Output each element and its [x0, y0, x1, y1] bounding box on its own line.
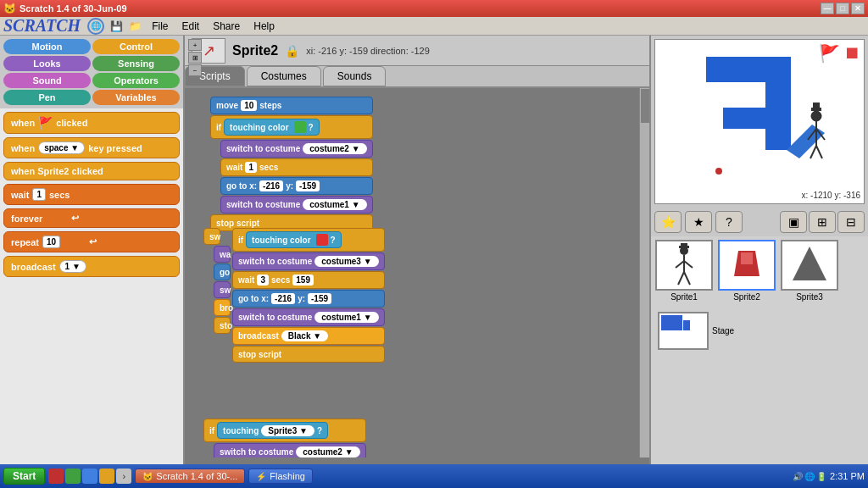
sys-icon-1: 🔊 [793, 472, 803, 481]
tab-sounds[interactable]: Sounds [323, 66, 387, 86]
switch-costume3-block[interactable]: switch to costume costume3 ▼ [232, 252, 385, 270]
steps-input[interactable]: 10 [241, 100, 257, 111]
wait-3-block[interactable]: wait 3 secs 159 [232, 271, 385, 289]
close-button[interactable]: ✕ [851, 3, 865, 14]
costume2-dropdown[interactable]: costume2 ▼ [303, 143, 366, 154]
costume1-2-dropdown[interactable]: costume1 ▼ [314, 312, 378, 323]
layout1-button[interactable]: ▣ [780, 211, 807, 233]
stop-script-2[interactable]: stop script [232, 346, 385, 363]
cat-motion[interactable]: Motion [3, 39, 91, 54]
block-label: if [209, 426, 214, 435]
y-input[interactable]: -159 [296, 180, 320, 191]
when-flag-clicked-block[interactable]: when 🚩 clicked [3, 112, 180, 134]
touching-color-condition[interactable]: touching color ? [224, 119, 320, 136]
tab-costumes[interactable]: Costumes [247, 66, 321, 86]
x2-input[interactable]: -216 [271, 293, 295, 304]
if-cap[interactable]: sw [203, 228, 220, 245]
folder-icon[interactable]: 📁 [126, 18, 143, 35]
zoom-in-button[interactable]: + [188, 39, 202, 51]
goto-block[interactable]: go to x: -216 y: -159 [220, 177, 373, 195]
green-flag-button[interactable]: 🚩 [819, 43, 840, 64]
broadcast-black-dropdown[interactable]: Black ▼ [281, 330, 328, 341]
block-text: clicked [56, 118, 87, 128]
vertical-scrollbar[interactable] [639, 88, 649, 458]
menu-help[interactable]: Help [247, 19, 281, 34]
taskbar-icon-4 [99, 469, 114, 484]
wait3-input2[interactable]: 159 [292, 274, 314, 286]
cat-operators[interactable]: Operators [92, 73, 180, 88]
cat-looks[interactable]: Looks [3, 56, 91, 71]
save-icon[interactable]: 💾 [108, 18, 125, 35]
broadcast-black-block[interactable]: broadcast Black ▼ [232, 327, 385, 345]
fit-button[interactable]: ⊞ [188, 52, 202, 64]
red-stop-button[interactable]: ⏹ [843, 43, 860, 64]
sprite3-dropdown[interactable]: Sprite3 ▼ [261, 425, 314, 436]
switch-costume1-2-block[interactable]: switch to costume costume1 ▼ [232, 308, 385, 326]
start-button[interactable]: Start [3, 468, 45, 485]
scrollbar-thumb[interactable] [641, 89, 649, 123]
if-touching-color-block[interactable]: if touching color ? [210, 115, 373, 139]
switch-costume1-block[interactable]: switch to costume costume1 ▼ [220, 196, 373, 214]
block-label: go to x: [226, 181, 257, 191]
key-dropdown[interactable]: space ▼ [38, 141, 85, 154]
help-button[interactable]: ? [715, 211, 743, 233]
wait-1-input[interactable]: 1 [245, 162, 257, 173]
touching-color-2-cond[interactable]: touching color ? [246, 231, 342, 248]
touching-sprite3-cond[interactable]: touching Sprite3 ▼ ? [217, 422, 328, 439]
block-label: switch to costume [220, 447, 293, 457]
zoom-out-button[interactable]: − [188, 64, 202, 76]
cat-control[interactable]: Control [92, 39, 180, 54]
move-block[interactable]: move 10 steps [210, 97, 373, 114]
wait-1-block[interactable]: wait 1 secs [220, 158, 373, 176]
cat-pen[interactable]: Pen [3, 90, 91, 105]
cond-text: touching color [252, 236, 310, 245]
costume3-dropdown[interactable]: costume3 ▼ [314, 256, 378, 267]
star-button[interactable]: ⭐ [654, 211, 682, 233]
if-touching-sprite3[interactable]: if touching Sprite3 ▼ ? [203, 419, 366, 442]
wait3-input[interactable]: 3 [257, 274, 269, 286]
broadcast-block[interactable]: broadcast 1 ▼ [3, 256, 180, 277]
repeat-block[interactable]: repeat 10 ↩ [3, 231, 180, 252]
sprite3-svg [788, 242, 831, 288]
costume1-dropdown[interactable]: costume1 ▼ [303, 199, 366, 210]
sprite-item-sprite2[interactable]: Sprite2 [717, 240, 776, 302]
costume2-3-dropdown[interactable]: costume2 ▼ [296, 446, 359, 458]
wait-input[interactable]: 1 [32, 188, 46, 201]
svg-line-18 [684, 272, 690, 285]
block-label: switch to costume [238, 313, 312, 322]
repeat-arrow: ↩ [89, 236, 97, 247]
menu-edit[interactable]: Edit [175, 19, 207, 34]
goto-2-block[interactable]: go to x: -216 y: -159 [232, 290, 385, 308]
when-key-pressed-block[interactable]: when space ▼ key pressed [3, 137, 180, 158]
taskbar-icons: › [48, 469, 131, 484]
globe-icon[interactable]: 🌐 [87, 18, 104, 35]
switch-costume2-block[interactable]: switch to costume costume2 ▼ [220, 140, 373, 158]
x-input[interactable]: -216 [259, 180, 283, 191]
svg-rect-25 [683, 320, 690, 330]
menu-share[interactable]: Share [206, 19, 247, 34]
svg-point-4 [811, 111, 821, 121]
sprite-item-sprite3[interactable]: Sprite3 [780, 240, 839, 302]
when-sprite-clicked-block[interactable]: when Sprite2 clicked [3, 162, 180, 180]
script-canvas[interactable]: move 10 steps if touching color ? switch… [185, 88, 649, 458]
minimize-button[interactable]: — [821, 3, 834, 14]
cat-sensing[interactable]: Sensing [92, 56, 180, 71]
layout2-button[interactable]: ⊞ [809, 211, 836, 233]
maximize-button[interactable]: □ [836, 3, 849, 14]
taskbar-flashing-item[interactable]: ⚡ Flashing [248, 469, 313, 484]
forever-block[interactable]: forever ↩ [3, 208, 180, 228]
y2-input[interactable]: -159 [308, 293, 331, 304]
broadcast-dropdown[interactable]: 1 ▼ [59, 260, 86, 273]
menu-file[interactable]: File [145, 19, 175, 34]
cat-variables[interactable]: Variables [92, 90, 180, 105]
stage-item[interactable]: Stage [654, 308, 712, 353]
if-touching-color-2[interactable]: if touching color ? [232, 228, 385, 252]
sprite-item-sprite1[interactable]: Sprite1 [654, 240, 714, 302]
switch-costume2-3-block[interactable]: switch to costume costume2 ▼ [214, 443, 366, 458]
wait-block[interactable]: wait 1 secs [3, 184, 180, 205]
cat-sound[interactable]: Sound [3, 73, 91, 88]
star2-button[interactable]: ★ [685, 211, 712, 233]
layout3-button[interactable]: ⊟ [837, 211, 865, 233]
repeat-input[interactable]: 10 [42, 236, 60, 248]
taskbar-scratch-item[interactable]: 🐱 Scratch 1.4 of 30-... [135, 469, 245, 484]
